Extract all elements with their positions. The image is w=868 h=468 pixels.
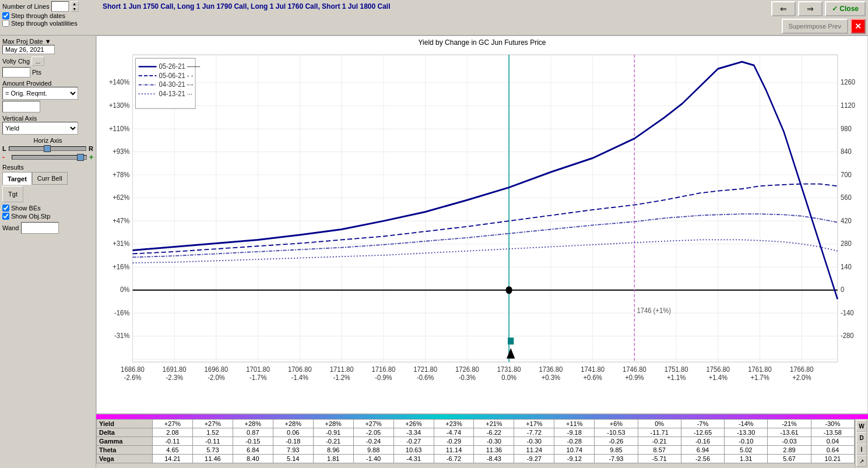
max-proj-date-button[interactable]: Max Proj Date ▼ bbox=[2, 38, 51, 45]
svg-text:1711.80: 1711.80 bbox=[330, 365, 354, 374]
svg-text:-1.2%: -1.2% bbox=[333, 373, 350, 382]
svg-text:+1.1%: +1.1% bbox=[667, 373, 686, 382]
svg-text:1701.80: 1701.80 bbox=[246, 365, 270, 374]
results-label: Results bbox=[2, 164, 24, 171]
chart-title: Yield by Change in GC Jun Futures Price bbox=[97, 36, 867, 48]
svg-text:1726.80: 1726.80 bbox=[455, 365, 479, 374]
svg-text:+130%: +130% bbox=[109, 101, 129, 110]
svg-text:420: 420 bbox=[841, 216, 852, 225]
svg-text:+47%: +47% bbox=[113, 216, 129, 225]
svg-text:-0.9%: -0.9% bbox=[375, 373, 392, 382]
chart-title-header: Short 1 Jun 1750 Call, Long 1 Jun 1790 C… bbox=[103, 2, 391, 10]
vol-slider[interactable] bbox=[77, 154, 84, 161]
svg-text:+31%: +31% bbox=[113, 239, 129, 248]
step-dates-checkbox[interactable] bbox=[2, 12, 9, 19]
plus-label: + bbox=[89, 153, 93, 161]
svg-text:0.0%: 0.0% bbox=[501, 373, 516, 382]
svg-text:1731.80: 1731.80 bbox=[497, 365, 521, 374]
i-button[interactable]: I bbox=[856, 444, 867, 455]
tab-target[interactable]: Target bbox=[2, 172, 32, 185]
svg-rect-37 bbox=[508, 337, 514, 344]
d-button[interactable]: D bbox=[856, 432, 867, 444]
arrow-button[interactable]: ↗ bbox=[856, 455, 867, 467]
svg-text:-16%: -16% bbox=[114, 308, 129, 317]
svg-rect-0 bbox=[132, 55, 837, 362]
svg-text:+1.7%: +1.7% bbox=[750, 373, 769, 382]
svg-text:+0.9%: +0.9% bbox=[625, 373, 644, 382]
nav-right-button[interactable]: ⇒ bbox=[798, 1, 823, 16]
data-table: Yield+27%+27%+28%+28%+28%+27%+26%+23%+21… bbox=[96, 419, 855, 463]
svg-text:1691.80: 1691.80 bbox=[163, 365, 187, 374]
svg-text:04-30-21 -·-: 04-30-21 -·- bbox=[159, 80, 194, 89]
step-dates-label: Step through dates bbox=[11, 12, 65, 19]
svg-text:1716.80: 1716.80 bbox=[372, 365, 396, 374]
svg-text:+78%: +78% bbox=[113, 170, 129, 179]
color-bar bbox=[96, 414, 868, 419]
pts-label: Pts bbox=[32, 69, 41, 76]
step-vol-checkbox[interactable] bbox=[2, 20, 9, 27]
num-lines-input[interactable]: 4 bbox=[51, 1, 69, 12]
svg-text:05-06-21 - -: 05-06-21 - - bbox=[159, 71, 194, 80]
svg-text:560: 560 bbox=[841, 193, 852, 202]
svg-text:1736.80: 1736.80 bbox=[539, 365, 563, 374]
svg-text:980: 980 bbox=[841, 124, 852, 133]
step-vol-label: Step through volatilities bbox=[11, 20, 78, 27]
svg-text:+0.3%: +0.3% bbox=[542, 373, 560, 382]
svg-text:1756.80: 1756.80 bbox=[706, 365, 730, 374]
svg-text:+140%: +140% bbox=[109, 78, 129, 87]
svg-text:-31%: -31% bbox=[114, 332, 129, 340]
w-button[interactable]: W bbox=[856, 420, 867, 432]
show-bes-checkbox[interactable] bbox=[2, 205, 9, 212]
svg-text:04-13-21 ···: 04-13-21 ··· bbox=[159, 89, 193, 98]
tab-curr-bell[interactable]: Curr Bell bbox=[32, 172, 68, 185]
num-lines-down[interactable]: ▼ bbox=[71, 6, 79, 12]
chart-svg: 1746 (+1%) bbox=[97, 48, 867, 411]
svg-text:0%: 0% bbox=[120, 286, 129, 294]
svg-text:+0.6%: +0.6% bbox=[583, 373, 602, 382]
close-button[interactable]: ✓ ✓ CloseClose bbox=[825, 1, 866, 16]
minus-label: - bbox=[2, 153, 5, 161]
svg-text:-0.6%: -0.6% bbox=[417, 373, 434, 382]
num-lines-label: Number of Lines bbox=[2, 3, 50, 10]
show-obj-stp-label: Show Obj.Stp bbox=[11, 213, 50, 220]
date-value-button[interactable]: May 26, 2021 bbox=[2, 45, 55, 54]
svg-text:1766.80: 1766.80 bbox=[790, 365, 814, 374]
horiz-slider[interactable] bbox=[44, 145, 51, 152]
svg-text:+93%: +93% bbox=[113, 147, 129, 156]
r-label: R bbox=[89, 145, 93, 152]
svg-text:-280: -280 bbox=[841, 332, 854, 340]
close-x-button[interactable]: ✕ bbox=[851, 19, 866, 34]
volty-dots-button[interactable]: ... bbox=[31, 57, 44, 66]
svg-text:1686.80: 1686.80 bbox=[121, 365, 145, 374]
volty-chg-label: Volty Chg bbox=[2, 58, 30, 65]
svg-text:1721.80: 1721.80 bbox=[413, 365, 437, 374]
horiz-axis-label: Horiz Axis bbox=[2, 137, 93, 144]
svg-text:1696.80: 1696.80 bbox=[205, 365, 229, 374]
svg-text:+62%: +62% bbox=[113, 193, 129, 202]
show-bes-label: Show BEs bbox=[11, 205, 41, 212]
svg-text:140: 140 bbox=[841, 262, 852, 271]
svg-text:-2.0%: -2.0% bbox=[208, 373, 225, 382]
show-obj-stp-checkbox[interactable] bbox=[2, 213, 9, 220]
amount-input[interactable]: $899 bbox=[2, 101, 40, 112]
nav-left-button[interactable]: ⇐ bbox=[771, 1, 796, 16]
svg-text:700: 700 bbox=[841, 170, 852, 179]
tgt-button[interactable]: Tgt bbox=[2, 186, 23, 202]
svg-text:1260: 1260 bbox=[841, 78, 855, 87]
num-lines-up[interactable]: ▲ bbox=[71, 1, 79, 6]
svg-text:1746 (+1%): 1746 (+1%) bbox=[637, 306, 671, 315]
amount-label: Amount Provided bbox=[2, 80, 51, 87]
svg-text:280: 280 bbox=[841, 239, 852, 248]
svg-text:+16%: +16% bbox=[113, 262, 129, 271]
vert-axis-select[interactable]: Yield bbox=[2, 122, 78, 135]
volty-value-input[interactable]: 0.0% bbox=[2, 67, 30, 78]
svg-text:-0.3%: -0.3% bbox=[459, 373, 476, 382]
amount-dropdown[interactable]: = Orig. Reqmt. bbox=[2, 87, 78, 100]
vert-axis-label: Vertical Axis bbox=[2, 115, 37, 122]
svg-text:-2.3%: -2.3% bbox=[166, 373, 184, 382]
svg-text:-2.6%: -2.6% bbox=[124, 373, 142, 382]
superimpose-button[interactable]: Superimpose Prev bbox=[782, 19, 849, 34]
svg-text:1706.80: 1706.80 bbox=[288, 365, 312, 374]
wand-input[interactable]: 1731.90 bbox=[21, 222, 59, 234]
svg-text:1741.80: 1741.80 bbox=[581, 365, 605, 374]
